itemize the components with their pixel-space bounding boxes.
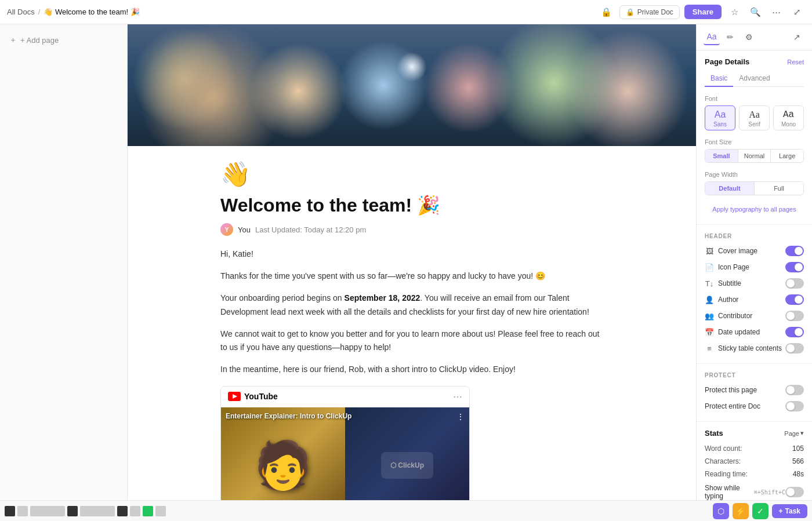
sticky-toc-toggle[interactable] (785, 343, 804, 354)
show-typing-label: Show while typing ⌘+Shift+C (705, 484, 785, 500)
font-size-small[interactable]: Small (705, 150, 738, 162)
icon-page-label: 📄 Icon Page (705, 263, 749, 272)
show-typing-toggle[interactable] (785, 487, 804, 497)
notification-app-button[interactable]: ⚡ (733, 503, 749, 519)
add-page-button[interactable]: ＋ + Add page (0, 31, 127, 49)
subtab-basic[interactable]: Basic (705, 72, 733, 87)
private-doc-label: Private Doc (637, 8, 673, 16)
protect-doc-label: Protect entire Doc (705, 402, 760, 410)
doc-body: 👋 Welcome to the team! 🎉 Y You Last Upda… (197, 146, 626, 500)
bottom-bar-left (5, 506, 166, 516)
doc-last-updated: Last Updated: Today at 12:20 pm (255, 225, 366, 234)
protect-section-label: PROTECT (705, 372, 804, 378)
stats-page-button[interactable]: Page ▾ (784, 429, 804, 437)
author-toggle[interactable] (785, 294, 804, 305)
cover-image-label: 🖼 Cover image (705, 246, 757, 256)
cover-image-text: Cover image (718, 247, 757, 255)
toggle-date-updated: 📅 Date updated (705, 324, 804, 340)
expand-icon[interactable]: ⤢ (789, 4, 805, 20)
show-typing-text: Show while typing (705, 484, 752, 500)
icon-page-icon: 📄 (705, 263, 714, 272)
toggle-knob (786, 344, 795, 352)
font-size-options: Small Normal Large (705, 149, 804, 163)
subtab-advanced[interactable]: Advanced (733, 72, 775, 87)
toggle-knob (795, 247, 803, 255)
font-serif-aa: Aa (742, 110, 767, 120)
private-doc-button[interactable]: 🔒 Private Doc (619, 5, 680, 19)
star-icon[interactable]: ☆ (726, 4, 742, 20)
chevron-down-icon: ▾ (800, 429, 804, 437)
video-thumbnail-left: 🧑 (221, 407, 345, 500)
doc-emoji: 👋 (220, 160, 603, 188)
contributor-label: 👥 Contributor (705, 311, 752, 320)
font-size-large[interactable]: Large (770, 150, 803, 162)
font-serif-option[interactable]: Aa Serif (739, 105, 770, 130)
font-size-normal[interactable]: Normal (738, 150, 771, 162)
date-updated-label: 📅 Date updated (705, 327, 760, 337)
sidebar-left: ＋ + Add page (0, 24, 128, 500)
word-count-label: Word count: (705, 445, 742, 453)
video-options-icon[interactable]: ⋮ (456, 412, 465, 421)
reset-button[interactable]: Reset (787, 59, 804, 65)
more-options-icon[interactable]: ⋯ (768, 4, 784, 20)
font-mono-label: Mono (776, 121, 801, 127)
contributor-toggle[interactable] (785, 311, 804, 321)
panel-tab-settings-icon[interactable]: ⚙ (741, 29, 757, 45)
panel-tab-edit-icon[interactable]: ✏ (722, 29, 738, 45)
avatar: Y (220, 223, 233, 236)
search-icon[interactable]: 🔍 (747, 4, 763, 20)
toggle-author: 👤 Author (705, 292, 804, 308)
right-panel: Aa ✏ ⚙ ↗ Page Details Reset Basic Advanc… (696, 24, 812, 500)
bb-item-9 (155, 506, 166, 516)
stats-characters: Characters: 566 (705, 455, 804, 468)
page-details-section: Page Details Reset Basic Advanced Font A… (697, 50, 812, 225)
clickup-app-button[interactable]: ⬡ (713, 503, 729, 519)
breadcrumb-root[interactable]: All Docs (7, 8, 35, 16)
subtitle-text: Subtitle (718, 279, 741, 287)
breadcrumb: All Docs / 👋 Welcome to the team! 🎉 (7, 8, 140, 16)
toggle-knob (786, 279, 795, 287)
add-page-label: + Add page (20, 36, 59, 45)
check-app-button[interactable]: ✓ (752, 503, 768, 519)
font-sans-option[interactable]: Aa Sans (705, 105, 735, 130)
icon-page-text: Icon Page (718, 263, 749, 271)
font-mono-option[interactable]: Aa Mono (773, 105, 804, 130)
apply-typography-link[interactable]: Apply typography to all pages (705, 203, 804, 217)
page-width-full[interactable]: Full (754, 182, 803, 195)
bottom-bar: ⬡ ⚡ ✓ + Task (0, 500, 812, 521)
date-updated-toggle[interactable] (785, 327, 804, 337)
word-count-value: 105 (792, 445, 804, 453)
icon-page-toggle[interactable] (785, 262, 804, 272)
toggle-subtitle: T↓ Subtitle (705, 275, 804, 292)
person-figure: 🧑 (254, 438, 312, 493)
date-updated-text: Date updated (718, 328, 760, 336)
panel-share-icon[interactable]: ↗ (789, 29, 805, 45)
panel-tab-text-icon[interactable]: Aa (704, 29, 720, 45)
add-task-button[interactable]: + Task (772, 504, 807, 518)
stats-section: Stats Page ▾ Word count: 105 Characters:… (697, 422, 812, 500)
cover-image-toggle[interactable] (785, 246, 804, 256)
protect-doc-toggle[interactable] (785, 401, 804, 411)
paragraph-5: In the meantime, here is our friend, Rob… (220, 363, 603, 377)
protect-page-toggle[interactable] (785, 385, 804, 395)
share-button[interactable]: Share (684, 5, 722, 19)
toggle-knob (795, 263, 803, 271)
date-updated-icon: 📅 (705, 327, 714, 337)
contributor-text: Contributor (718, 312, 752, 320)
toggle-knob (786, 312, 795, 320)
bb-item-3 (30, 506, 65, 516)
font-mono-aa: Aa (776, 110, 801, 120)
font-sans-aa: Aa (708, 110, 733, 120)
subtitle-toggle[interactable] (785, 278, 804, 289)
topbar: All Docs / 👋 Welcome to the team! 🎉 🔒 🔒 … (0, 0, 812, 24)
author-text: Author (718, 296, 738, 304)
page-details-label: Page Details (705, 57, 749, 66)
page-width-default[interactable]: Default (705, 182, 754, 195)
characters-label: Characters: (705, 457, 741, 465)
youtube-more-icon[interactable]: ⋯ (453, 391, 462, 402)
youtube-logo: YouTube (228, 392, 278, 401)
page-width-options: Default Full (705, 181, 804, 195)
doc-author: You (238, 225, 251, 234)
youtube-video[interactable]: 🧑 ⬡ ClickUp Entertainer Explainer: Intro… (221, 407, 469, 500)
settings-icon[interactable]: 🔒 (599, 4, 615, 20)
